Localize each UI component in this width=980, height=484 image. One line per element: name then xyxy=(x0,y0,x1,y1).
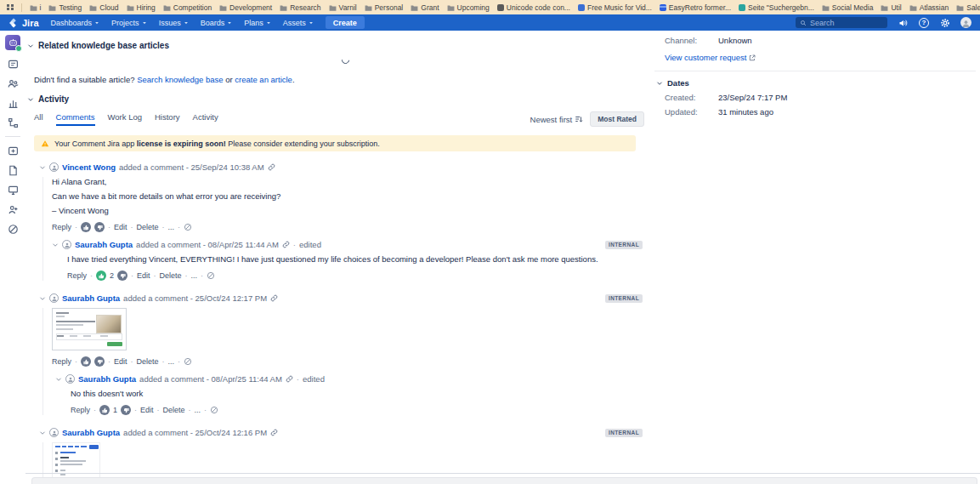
reply-link[interactable]: Reply xyxy=(71,406,90,414)
bookmark-folder[interactable]: Personal xyxy=(365,3,404,12)
bookmark-folder[interactable]: Upcoming xyxy=(447,3,490,12)
bookmark-folder[interactable]: Sales xyxy=(956,3,980,12)
tab-activity[interactable]: Activity xyxy=(193,112,218,126)
invite-people-icon[interactable] xyxy=(7,203,19,215)
comment-author-link[interactable]: Saurabh Gupta xyxy=(62,293,120,303)
bookmark-folder[interactable]: Atlassian xyxy=(909,3,949,12)
reply-link[interactable]: Reply xyxy=(52,223,71,231)
permalink-icon[interactable] xyxy=(270,294,278,302)
bookmark-link[interactable]: Unicode code con... xyxy=(497,3,570,12)
sort-order-control[interactable]: Newest first xyxy=(530,115,584,124)
structure-icon[interactable] xyxy=(7,117,19,128)
permalink-icon[interactable] xyxy=(268,163,275,171)
delete-link[interactable]: Delete xyxy=(160,271,182,280)
profile-avatar[interactable] xyxy=(960,17,972,28)
delete-link[interactable]: Delete xyxy=(137,223,159,231)
bookmark-link[interactable]: EasyRetro former... xyxy=(660,3,731,12)
gear-icon[interactable] xyxy=(939,17,950,28)
comment-author-link[interactable]: Vincent Wong xyxy=(62,162,116,172)
tab-work-log[interactable]: Work Log xyxy=(108,112,142,126)
announcement-megaphone-icon[interactable] xyxy=(898,17,909,28)
tab-history[interactable]: History xyxy=(155,112,180,126)
edit-link[interactable]: Edit xyxy=(140,406,154,414)
collapse-chevron-icon[interactable] xyxy=(39,295,46,302)
thumbs-up-button[interactable] xyxy=(81,222,91,232)
bookmark-folder[interactable]: Research xyxy=(280,3,320,12)
documents-icon[interactable] xyxy=(7,164,19,176)
bookmark-link[interactable]: Free Music for Vid... xyxy=(578,3,652,12)
menu-dashboards[interactable]: Dashboards xyxy=(51,19,100,27)
tab-all[interactable]: All xyxy=(34,112,43,126)
menu-issues[interactable]: Issues xyxy=(159,19,189,27)
chat-app-icon[interactable] xyxy=(5,35,20,50)
bookmark-folder[interactable]: Util xyxy=(881,3,901,12)
more-actions-button[interactable]: ... xyxy=(195,406,201,414)
bookmark-folder[interactable]: Hiring xyxy=(127,3,156,12)
bookmark-folder[interactable]: Testing xyxy=(48,3,82,12)
queues-icon[interactable] xyxy=(7,58,19,70)
menu-assets[interactable]: Assets xyxy=(283,19,314,27)
delete-link[interactable]: Delete xyxy=(137,357,159,366)
comment-author-link[interactable]: Saurabh Gupta xyxy=(78,374,136,384)
restrict-visibility-icon[interactable] xyxy=(210,406,218,414)
menu-projects[interactable]: Projects xyxy=(111,19,147,27)
edit-link[interactable]: Edit xyxy=(137,271,150,280)
tab-comments[interactable]: Comments xyxy=(56,112,95,126)
collapse-chevron-icon[interactable] xyxy=(55,376,62,383)
apps-grid-icon[interactable] xyxy=(7,4,14,11)
bookmark-folder[interactable]: Development xyxy=(219,3,272,12)
comment-editor-collapsed[interactable] xyxy=(31,477,977,484)
restrict-visibility-icon[interactable] xyxy=(207,271,215,280)
collapse-chevron-icon[interactable] xyxy=(39,164,46,171)
menu-boards[interactable]: Boards xyxy=(201,19,233,27)
more-actions-button[interactable]: ... xyxy=(168,357,175,366)
comment-author-link[interactable]: Saurabh Gupta xyxy=(75,240,133,249)
collapse-chevron-icon[interactable] xyxy=(27,96,34,103)
permalink-icon[interactable] xyxy=(282,241,290,248)
thumbs-down-button[interactable] xyxy=(94,222,105,232)
thumbs-up-button[interactable] xyxy=(96,270,106,281)
edit-link[interactable]: Edit xyxy=(114,357,127,366)
restrict-visibility-icon[interactable] xyxy=(184,357,192,366)
menu-plans[interactable]: Plans xyxy=(244,19,271,27)
view-customer-request-link[interactable]: View customer request xyxy=(665,53,976,62)
bookmark-folder[interactable]: Competition xyxy=(163,3,212,12)
create-item-icon[interactable] xyxy=(7,145,19,157)
help-icon[interactable]: ? xyxy=(919,18,929,28)
most-rated-button[interactable]: Most Rated xyxy=(590,111,644,127)
bookmark-link[interactable]: Seite "Suchergebn... xyxy=(739,3,814,12)
thumbs-down-button[interactable] xyxy=(94,356,105,367)
bookmark-folder[interactable]: Social Media xyxy=(822,3,874,12)
reply-link[interactable]: Reply xyxy=(52,357,71,366)
permalink-icon[interactable] xyxy=(286,375,293,383)
create-article-link[interactable]: create an article xyxy=(235,75,292,84)
reply-link[interactable]: Reply xyxy=(67,271,87,280)
create-button[interactable]: Create xyxy=(326,16,365,29)
jira-logo[interactable]: Jira xyxy=(8,18,39,28)
customers-icon[interactable] xyxy=(7,77,19,89)
thumbs-up-button[interactable] xyxy=(81,356,91,367)
more-actions-button[interactable]: ... xyxy=(191,271,198,280)
restrict-visibility-icon[interactable] xyxy=(184,223,192,231)
collapse-chevron-icon[interactable] xyxy=(27,43,34,49)
explore-icon[interactable] xyxy=(7,223,19,235)
raise-request-icon[interactable] xyxy=(7,184,19,196)
search-knowledge-base-link[interactable]: Search knowledge base xyxy=(137,75,223,84)
delete-link[interactable]: Delete xyxy=(163,406,185,414)
search-input[interactable]: Search xyxy=(796,17,887,28)
bookmark-folder[interactable]: Cloud xyxy=(89,3,118,12)
permalink-icon[interactable] xyxy=(270,429,278,436)
collapse-chevron-icon[interactable] xyxy=(656,80,663,87)
thumbs-down-button[interactable] xyxy=(117,270,127,281)
bookmark-folder[interactable]: Varnil xyxy=(329,3,357,12)
bookmark-folder[interactable]: i xyxy=(30,3,42,12)
edit-link[interactable]: Edit xyxy=(114,223,127,231)
collapse-chevron-icon[interactable] xyxy=(39,430,46,436)
thumbs-up-button[interactable] xyxy=(99,405,110,415)
collapse-chevron-icon[interactable] xyxy=(52,242,59,248)
more-actions-button[interactable]: ... xyxy=(168,223,175,231)
comment-author-link[interactable]: Saurabh Gupta xyxy=(62,428,120,437)
bookmark-folder[interactable]: Grant xyxy=(411,3,439,12)
reports-icon[interactable] xyxy=(7,97,19,109)
attachment-thumbnail[interactable] xyxy=(52,308,127,350)
